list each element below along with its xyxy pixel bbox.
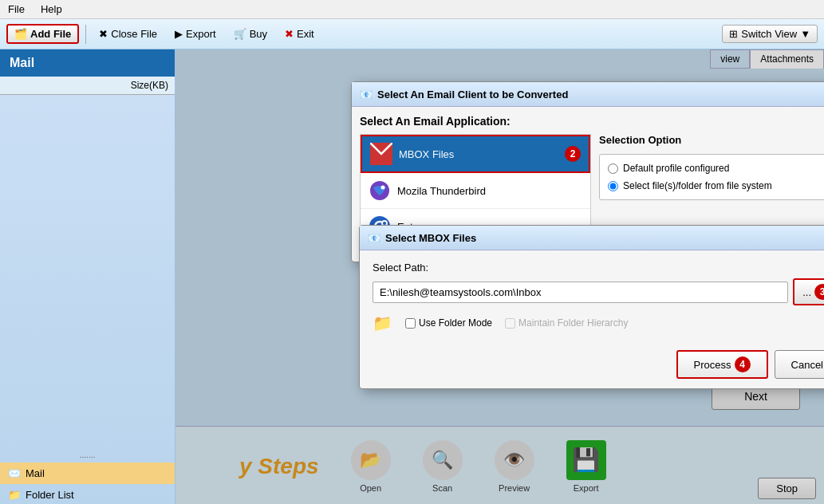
exit-label: Exit — [297, 28, 314, 40]
process-button[interactable]: Process 4 — [676, 350, 768, 379]
mbox-body: Select Path: ... 3 📁 Use Folder Mode — [360, 250, 824, 344]
email-item-mbox[interactable]: MBOX Files 2 — [361, 135, 590, 173]
menu-help[interactable]: Help — [36, 2, 67, 17]
radio-default-label: Default profile configured — [623, 163, 729, 174]
radio-select-files[interactable]: Select file(s)/folder from file system — [608, 180, 824, 191]
email-item-thunderbird[interactable]: Mozila Thunderbird — [361, 173, 590, 209]
main-area: Mail Size(KB) ....... ✉️ Mail 📁 Folder L… — [0, 49, 824, 504]
select-app-heading: Select An Email Application: — [360, 115, 824, 128]
buy-cart-icon: 🛒 — [234, 28, 246, 40]
menu-file[interactable]: File — [3, 2, 30, 17]
select-email-title-bar: 📧 Select An Email Client to be Converted… — [352, 82, 824, 107]
folder-icon: 📁 — [8, 489, 21, 501]
right-area: view Attachments y Steps 📂 Open 🔍 Scan 👁… — [175, 49, 824, 504]
use-folder-mode-checkbox[interactable] — [405, 318, 416, 329]
browse-badge: 3 — [814, 284, 824, 300]
cancel-button[interactable]: Cancel — [775, 350, 824, 379]
exit-x-icon: ✖ — [285, 28, 294, 40]
mbox-dialog-title: Select MBOX Files — [385, 232, 476, 244]
exit-button[interactable]: ✖ Exit — [278, 26, 321, 42]
folder-row: 📁 Use Folder Mode Maintain Folder Hierar… — [373, 313, 824, 333]
process-badge: 4 — [735, 356, 751, 372]
export-button[interactable]: ▶ Export — [168, 26, 223, 42]
mbox-path-label: Select Path: — [373, 262, 824, 274]
mbox-dialog-icon: 📧 — [368, 232, 380, 244]
radio-default-profile[interactable]: Default profile configured — [608, 163, 824, 174]
close-file-label: Close File — [111, 28, 157, 40]
radio-default-input[interactable] — [608, 163, 618, 174]
thunderbird-label: Mozila Thunderbird — [397, 185, 486, 197]
selection-title: Selection Option — [599, 134, 824, 146]
radio-group: Default profile configured Select file(s… — [599, 154, 824, 200]
maintain-hierarchy-text: Maintain Folder Hierarchy — [518, 317, 628, 329]
dialog-email-icon: 📧 — [360, 89, 373, 100]
buy-button[interactable]: 🛒 Buy — [227, 26, 274, 42]
mail-icon: ✉️ — [8, 467, 21, 479]
browse-label: ... — [802, 286, 811, 298]
sidebar-dotted: ....... — [0, 447, 175, 463]
sidebar-item-mail[interactable]: ✉️ Mail — [0, 463, 175, 484]
sidebar-header: Mail — [0, 49, 175, 77]
maintain-hierarchy-checkbox[interactable] — [505, 318, 515, 329]
dialog-email-title: Select An Email Client to be Converted — [377, 89, 568, 100]
folder-yellow-icon: 📁 — [373, 313, 392, 333]
export-arrow-icon: ▶ — [175, 28, 183, 40]
close-file-icon: ✖ — [99, 28, 108, 40]
export-label: Export — [186, 28, 216, 40]
browse-button[interactable]: ... 3 — [793, 278, 824, 305]
sidebar-folder-label: Folder List — [26, 489, 74, 501]
mbox-icon — [370, 143, 392, 165]
svg-point-2 — [381, 186, 385, 190]
mbox-footer: Process 4 Cancel — [360, 344, 824, 388]
radio-select-input[interactable] — [608, 181, 618, 191]
mbox-title-bar: 📧 Select MBOX Files ✖ — [360, 226, 824, 250]
path-row: ... 3 — [373, 278, 824, 305]
add-file-label: Add File — [30, 28, 71, 40]
switch-view-chevron: ▼ — [800, 28, 810, 40]
use-folder-mode-text: Use Folder Mode — [419, 317, 492, 329]
use-folder-mode-label[interactable]: Use Folder Mode — [405, 317, 492, 329]
thunderbird-icon — [369, 179, 391, 202]
add-file-icon: 🗂️ — [14, 28, 27, 40]
sidebar-mail-label: Mail — [26, 467, 45, 479]
add-file-button[interactable]: 🗂️ Add File — [6, 24, 79, 44]
mbox-label: MBOX Files — [399, 148, 454, 160]
switch-view-button[interactable]: ⊞ Switch View ▼ — [722, 25, 818, 43]
close-file-button[interactable]: ✖ Close File — [93, 26, 164, 42]
switch-view-icon: ⊞ — [729, 28, 738, 40]
sidebar-item-folder-list[interactable]: 📁 Folder List — [0, 484, 175, 504]
toolbar-separator-1 — [85, 25, 86, 44]
dialog-mbox: 📧 Select MBOX Files ✖ Select Path: ... 3… — [359, 225, 824, 389]
menu-bar: File Help — [0, 0, 824, 19]
buy-label: Buy — [250, 28, 267, 40]
process-label: Process — [694, 359, 731, 371]
maintain-hierarchy-label[interactable]: Maintain Folder Hierarchy — [505, 317, 628, 329]
column-header: Size(KB) — [0, 77, 175, 95]
toolbar: 🗂️ Add File ✖ Close File ▶ Export 🛒 Buy … — [0, 19, 824, 49]
sidebar: Mail Size(KB) ....... ✉️ Mail 📁 Folder L… — [0, 49, 175, 504]
radio-select-label: Select file(s)/folder from file system — [623, 180, 772, 191]
sidebar-spacer — [0, 95, 175, 447]
mbox-step-badge: 2 — [565, 146, 581, 162]
switch-view-label: Switch View — [741, 28, 797, 40]
path-input[interactable] — [373, 282, 788, 303]
